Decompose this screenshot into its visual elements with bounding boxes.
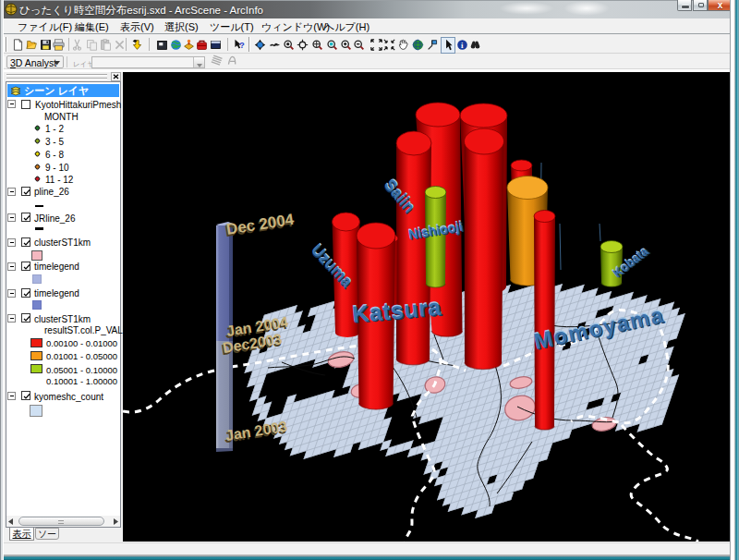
- svg-text:?: ?: [239, 41, 244, 50]
